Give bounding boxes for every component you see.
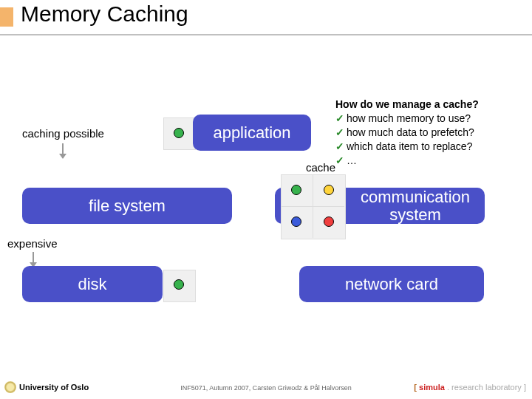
simula-name: simula	[419, 383, 445, 392]
title-underline	[0, 34, 532, 35]
footer: University of Oslo INF5071, Autumn 2007,…	[0, 378, 532, 393]
arrow-expensive	[33, 252, 34, 267]
howto-block: How do we manage a cache? ✓how much memo…	[335, 98, 479, 167]
file-system-box: file system	[22, 188, 232, 224]
howto-item: ✓which data item to replace?	[335, 140, 479, 154]
network-card-label: network card	[345, 275, 438, 294]
file-system-label: file system	[89, 197, 166, 216]
communication-label: communicationsystem	[361, 188, 470, 222]
data-dot	[291, 216, 301, 227]
check-icon: ✓	[335, 154, 344, 166]
cache-label: cache	[306, 161, 335, 174]
howto-item: ✓how much data to prefetch?	[335, 126, 479, 140]
slide-title: Memory Caching	[21, 1, 188, 27]
disk-box: disk	[22, 266, 163, 302]
howto-item: ✓…	[335, 154, 479, 168]
application-label: application	[213, 123, 290, 143]
simula-suffix: . research laboratory ]	[445, 383, 526, 392]
data-dot	[324, 216, 334, 227]
title-bar: Memory Caching	[0, 1, 532, 35]
title-accent	[0, 7, 13, 27]
data-dot	[174, 128, 184, 138]
data-dot	[324, 185, 334, 195]
arrow-caching-possible	[62, 143, 64, 158]
slide: Memory Caching caching possible applicat…	[0, 0, 532, 399]
data-dot	[291, 185, 301, 195]
disk-label: disk	[78, 275, 106, 294]
network-card-box: network card	[299, 266, 484, 302]
check-icon: ✓	[335, 112, 344, 124]
check-icon: ✓	[335, 140, 344, 152]
application-box: application	[193, 115, 311, 151]
howto-header: How do we manage a cache?	[335, 98, 479, 112]
cache-grid-hline	[281, 206, 344, 207]
simula-footer: [ simula . research laboratory ]	[414, 383, 526, 392]
data-dot	[174, 279, 184, 290]
caching-possible-label: caching possible	[22, 127, 104, 140]
cache-grid-overlay	[281, 174, 346, 239]
expensive-label: expensive	[7, 237, 58, 250]
howto-item: ✓how much memory to use?	[335, 112, 479, 126]
check-icon: ✓	[335, 126, 344, 138]
